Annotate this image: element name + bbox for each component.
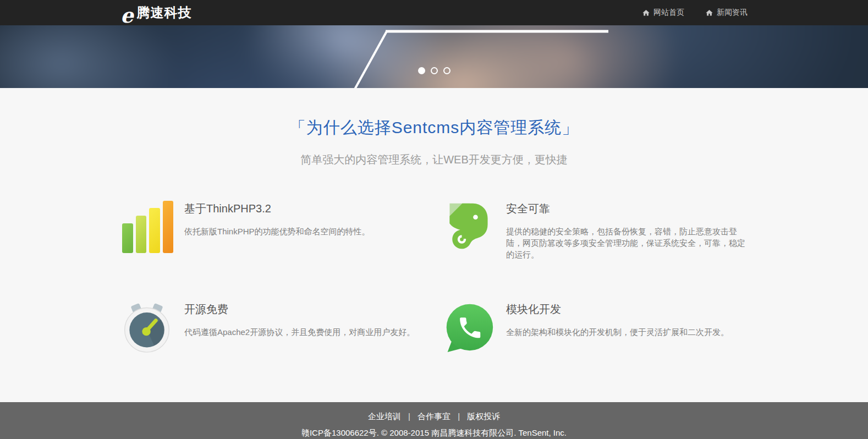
feature-modular: 模块化开发 全新的架构和模块化的开发机制，便于灵活扩展和二次开发。 (434, 301, 756, 354)
logo-dragon-e-icon: e (120, 6, 134, 25)
feature-title: 模块化开发 (506, 302, 729, 317)
carousel-dot-2[interactable] (431, 67, 438, 74)
why-sentcms-section: 「为什么选择Sentcms内容管理系统」 简单强大的内容管理系统，让WEB开发更… (0, 88, 868, 402)
carousel-dot-3[interactable] (443, 67, 451, 74)
carousel-dot-1[interactable] (418, 67, 425, 74)
footer-links: 企业培训 | 合作事宜 | 版权投诉 (0, 411, 868, 422)
nav-item-label: 网站首页 (653, 8, 684, 18)
footer-link-cooperation[interactable]: 合作事宜 (417, 411, 451, 421)
feature-title: 安全可靠 (506, 201, 748, 216)
site-footer: 企业培训 | 合作事宜 | 版权投诉 赣ICP备13006622号. © 200… (0, 402, 868, 439)
nav-item-news[interactable]: 新闻资讯 (705, 8, 748, 18)
footer-link-copyright-complaint[interactable]: 版权投诉 (467, 411, 500, 421)
home-icon (705, 9, 713, 17)
footer-copyright: 赣ICP备13006622号. © 2008-2015 南昌腾速科技有限公司. … (0, 428, 868, 438)
feature-title: 基于ThinkPHP3.2 (184, 201, 370, 216)
site-header: e 腾速科技 网站首页 新闻资讯 (0, 0, 868, 25)
nav-item-site-home[interactable]: 网站首页 (642, 8, 684, 18)
top-nav: 网站首页 新闻资讯 (642, 8, 748, 18)
feature-opensource: 开源免费 代码遵循Apache2开源协议，并且免费使用，对商业用户友好。 (112, 301, 434, 354)
footer-separator: | (458, 411, 460, 421)
feature-thinkphp: 基于ThinkPHP3.2 依托新版ThinkPHP的功能优势和命名空间的特性。 (112, 200, 434, 260)
feature-desc: 代码遵循Apache2开源协议，并且免费使用，对商业用户友好。 (184, 326, 415, 338)
feature-title: 开源免费 (184, 302, 415, 317)
hero-decor-lines (0, 25, 868, 88)
feature-desc: 依托新版ThinkPHP的功能优势和命名空间的特性。 (184, 226, 370, 237)
whatsapp-icon (442, 301, 495, 354)
home-icon (642, 9, 650, 17)
bar-chart-icon (120, 200, 173, 253)
section-title: 「为什么选择Sentcms内容管理系统」 (0, 117, 868, 139)
carousel-dots (0, 67, 868, 74)
logo-text: 腾速科技 (137, 2, 192, 24)
nav-item-label: 新闻资讯 (717, 8, 748, 18)
site-logo[interactable]: e 腾速科技 (120, 2, 192, 24)
footer-separator: | (408, 411, 410, 421)
hero-carousel (0, 25, 868, 88)
feature-desc: 提供的稳健的安全策略，包括备份恢复，容错，防止恶意攻击登陆，网页防篡改等多项安全… (506, 226, 748, 260)
feature-desc: 全新的架构和模块化的开发机制，便于灵活扩展和二次开发。 (506, 326, 729, 338)
footer-link-training[interactable]: 企业培训 (368, 411, 401, 421)
section-subtitle: 简单强大的内容管理系统，让WEB开发更方便，更快捷 (0, 152, 868, 167)
elephant-icon (442, 200, 495, 253)
feature-security: 安全可靠 提供的稳健的安全策略，包括备份恢复，容错，防止恶意攻击登陆，网页防篡改… (434, 200, 756, 260)
stopwatch-icon (120, 301, 173, 354)
features-grid: 基于ThinkPHP3.2 依托新版ThinkPHP的功能优势和命名空间的特性。… (112, 200, 756, 354)
